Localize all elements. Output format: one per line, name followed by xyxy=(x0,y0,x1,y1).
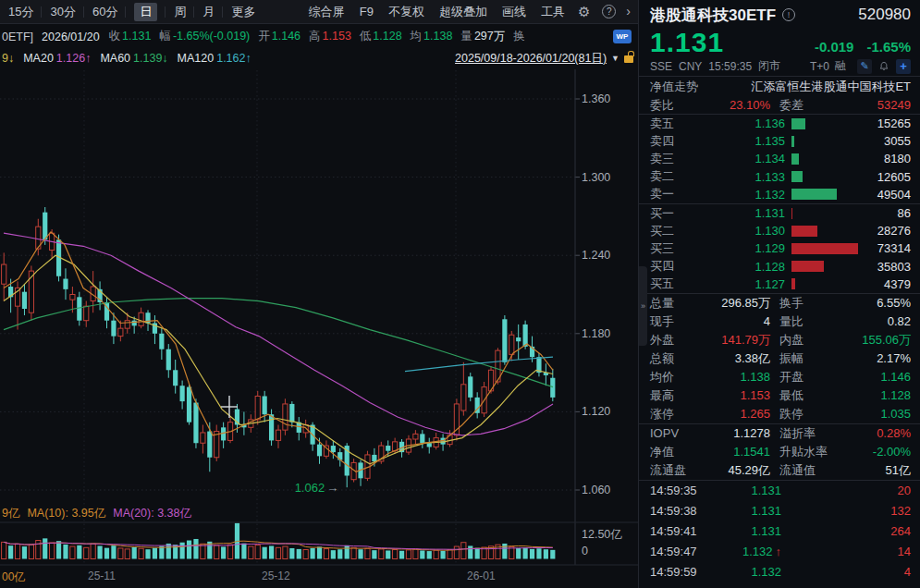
tick-volume: 20 xyxy=(781,484,911,497)
level-qty: 12605 xyxy=(865,170,911,184)
level-bar xyxy=(791,243,858,254)
volume-ma20-label: MA(20): 3.38亿 xyxy=(113,507,191,520)
stat-value: 4 xyxy=(702,314,770,328)
tick-volume: 4 xyxy=(781,565,911,579)
volume-legend: 9亿MA(10): 3.95亿MA(20): 3.38亿 xyxy=(2,506,199,521)
weicha-label: 委差 xyxy=(770,97,842,114)
chart-panel: 15分30分60分日周月更多 综合屏F9不复权超级叠加画线工具⚙?› 0ETF]… xyxy=(0,0,638,588)
t0-badge: T+0 xyxy=(810,60,829,73)
tick-time: 14:59:41 xyxy=(650,524,724,538)
tick-time: 14:59:59 xyxy=(650,565,724,579)
level-bar-wrap xyxy=(785,186,865,203)
nav-trend-row[interactable]: 净值走势 汇添富恒生港股通中国科技ET xyxy=(639,77,920,96)
stat-label: 总量 xyxy=(650,295,702,312)
quote-time: 15:59:35 xyxy=(708,60,752,73)
level-qty: 8180 xyxy=(865,152,911,165)
level-price: 1.132 xyxy=(685,188,785,202)
svg-text:0: 0 xyxy=(582,545,588,557)
axis-cut-label: 00亿 xyxy=(2,570,25,585)
tick-price: 1.132 xyxy=(724,565,781,579)
tick-time: 14:59:35 xyxy=(650,484,724,497)
stat-row-0: 总量296.85万换手6.55% xyxy=(639,294,920,312)
stat-label: 开盘 xyxy=(770,369,842,386)
margin-badge: 融 xyxy=(835,58,846,74)
stock-name: 港股通科技30ETF xyxy=(650,5,776,26)
stat-label: 振幅 xyxy=(770,350,842,367)
level-bar xyxy=(791,171,803,182)
stat-label: 均价 xyxy=(650,369,702,386)
level-label: 买二 xyxy=(650,223,685,239)
candlestick-chart[interactable]: 1.3601.3001.2401.1801.1201.06012.50亿01.0… xyxy=(0,0,638,588)
stat-label: 流通盘 xyxy=(650,462,702,479)
level-qty: 15265 xyxy=(865,116,911,130)
stat-label: 外盘 xyxy=(650,332,702,349)
stat-value: 3.38亿 xyxy=(702,350,770,367)
stat-value: 1.146 xyxy=(842,370,911,384)
stat-row-2: 外盘141.79万内盘155.06万 xyxy=(639,331,920,349)
stat-row-8: 净值1.1541升贴水率-2.00% xyxy=(639,443,920,461)
bell-icon[interactable] xyxy=(877,59,891,74)
stat-value: 0.28% xyxy=(842,426,911,440)
level-qty: 3055 xyxy=(865,134,911,148)
tick-time: 14:59:47 xyxy=(650,545,724,558)
stat-label: 换手 xyxy=(770,295,842,312)
stat-row-5: 最高1.153最低1.128 xyxy=(639,386,920,405)
svg-text:12.50亿: 12.50亿 xyxy=(582,528,622,541)
level-label: 买四 xyxy=(650,258,685,275)
stat-row-4: 均价1.138开盘1.146 xyxy=(639,368,920,386)
ask-row-4[interactable]: 卖一1.13249504 xyxy=(639,186,920,203)
last-price: 1.131 xyxy=(650,29,724,56)
stat-value: 1.265 xyxy=(702,407,770,421)
tick-row-3: 14:59:471.132↑14 xyxy=(639,542,920,562)
stat-label: 升贴水率 xyxy=(770,444,842,460)
level-price: 1.127 xyxy=(685,277,785,291)
level-bar-wrap xyxy=(785,150,865,167)
tick-row-1: 14:59:381.131132 xyxy=(639,501,920,521)
bid-row-3[interactable]: 买四1.12835803 xyxy=(639,258,920,276)
level-qty: 35803 xyxy=(865,260,911,274)
level-bar-wrap xyxy=(785,115,865,132)
svg-text:1.360: 1.360 xyxy=(582,92,610,105)
change-value: -0.019 xyxy=(815,39,854,55)
level-qty: 49504 xyxy=(865,188,911,202)
weibi-value: 23.10% xyxy=(702,98,770,112)
stat-value: 1.1541 xyxy=(702,445,770,459)
bid-row-0[interactable]: 买一1.13186 xyxy=(639,204,920,222)
stock-code: 520980 xyxy=(858,6,911,24)
edit-icon[interactable]: ✎ xyxy=(857,59,872,74)
tick-row-2: 14:59:411.131264 xyxy=(639,521,920,542)
tick-row-0: 14:59:351.13120 xyxy=(639,481,920,501)
collapse-panel-handle[interactable]: » xyxy=(639,266,647,346)
stat-row-7: IOPV1.1278溢折率0.28% xyxy=(639,424,920,443)
ask-row-1[interactable]: 卖四1.1353055 xyxy=(639,132,920,150)
weicha-value: 53249 xyxy=(842,98,911,112)
info-icon[interactable]: ! xyxy=(782,8,795,21)
stat-label: 跌停 xyxy=(770,406,842,423)
stat-value: 296.85万 xyxy=(702,295,770,312)
bid-row-1[interactable]: 买二1.13028276 xyxy=(639,222,920,239)
tick-price: 1.132↑ xyxy=(724,545,781,558)
tick-price: 1.131 xyxy=(724,524,781,538)
bid-row-4[interactable]: 买五1.1274379 xyxy=(639,276,920,293)
tick-volume: 264 xyxy=(781,524,911,538)
x-axis-label-0: 25-11 xyxy=(88,570,116,582)
bid-row-2[interactable]: 买三1.12973314 xyxy=(639,239,920,257)
svg-text:1.060: 1.060 xyxy=(582,484,610,496)
stat-value: 1.035 xyxy=(842,407,911,421)
currency: CNY xyxy=(679,60,702,73)
ask-row-3[interactable]: 卖二1.13312605 xyxy=(639,168,920,186)
ask-row-2[interactable]: 卖三1.1348180 xyxy=(639,150,920,167)
level-price: 1.136 xyxy=(685,116,785,130)
stat-row-9: 流通盘45.29亿流通值51亿 xyxy=(639,461,920,480)
level-bar xyxy=(791,189,837,200)
market-status: 闭市 xyxy=(758,58,780,74)
level-price: 1.128 xyxy=(685,260,785,274)
stat-label: 净值 xyxy=(650,444,702,460)
level-bar-wrap xyxy=(785,239,865,257)
stat-value: 155.06万 xyxy=(842,332,911,349)
add-watchlist-icon[interactable]: + xyxy=(896,59,911,74)
stat-value: 0.82 xyxy=(842,314,911,328)
stat-value: 45.29亿 xyxy=(702,462,770,479)
stat-label: 最高 xyxy=(650,387,702,404)
ask-row-0[interactable]: 卖五1.13615265 xyxy=(639,115,920,132)
